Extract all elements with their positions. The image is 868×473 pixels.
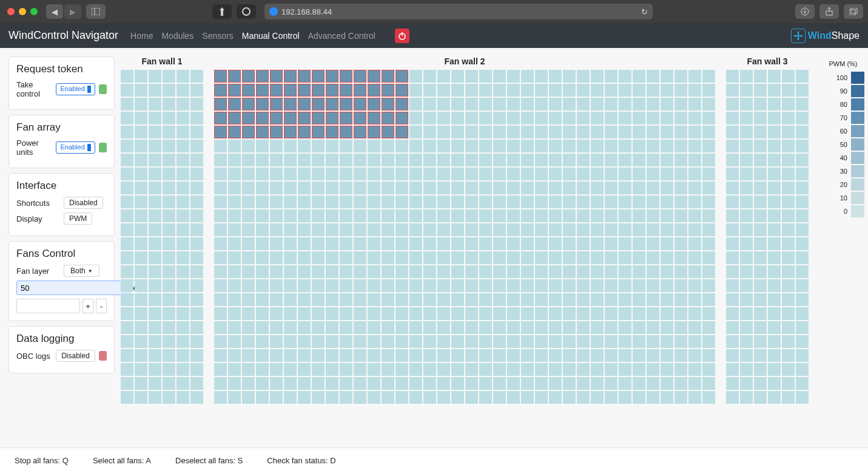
fan-cell[interactable] [354,251,366,264]
fan-cell[interactable] [190,293,203,306]
fan-cell[interactable] [549,126,562,138]
fan-cell[interactable] [451,237,464,250]
fan-cell[interactable] [591,182,604,194]
fan-cell[interactable] [135,321,147,334]
fan-grid[interactable] [726,70,809,404]
fan-cell[interactable] [605,363,617,376]
fan-cell[interactable] [661,196,673,208]
fan-cell[interactable] [242,112,255,124]
fan-cell[interactable] [782,279,795,292]
fan-cell[interactable] [135,126,147,138]
fan-cell[interactable] [190,168,203,180]
nav-modules[interactable]: Modules [161,31,193,41]
fan-cell[interactable] [163,223,175,236]
fan-cell[interactable] [768,265,781,278]
fan-cell[interactable] [284,293,297,306]
fan-cell[interactable] [702,251,715,264]
fan-cell[interactable] [395,84,408,97]
fan-cell[interactable] [647,209,659,222]
fan-cell[interactable] [796,98,809,111]
fan-cell[interactable] [768,70,781,83]
fan-cell[interactable] [726,140,739,152]
fan-cell[interactable] [451,251,464,264]
fan-cell[interactable] [312,154,325,166]
fan-cell[interactable] [633,363,645,376]
fan-cell[interactable] [395,265,408,278]
fan-cell[interactable] [190,307,203,320]
fan-cell[interactable] [521,321,534,334]
fan-cell[interactable] [465,126,478,138]
fan-cell[interactable] [782,84,795,97]
fan-cell[interactable] [121,98,133,111]
fan-cell[interactable] [326,377,338,390]
fan-cell[interactable] [312,168,325,180]
fan-cell[interactable] [340,140,352,152]
fan-cell[interactable] [340,196,352,208]
fan-cell[interactable] [521,349,534,362]
fan-cell[interactable] [149,293,161,306]
fan-cell[interactable] [382,363,394,376]
fan-cell[interactable] [726,377,739,390]
fan-cell[interactable] [214,321,227,334]
fan-cell[interactable] [312,140,325,152]
fan-cell[interactable] [437,377,450,390]
fan-cell[interactable] [633,265,645,278]
tabs-icon[interactable] [844,4,863,19]
fan-cell[interactable] [768,251,781,264]
fan-cell[interactable] [256,126,269,138]
fan-cell[interactable] [740,237,753,250]
fan-cell[interactable] [214,168,227,180]
fan-cell[interactable] [135,209,147,222]
fan-cell[interactable] [493,126,506,138]
fan-cell[interactable] [521,154,534,166]
fan-cell[interactable] [782,168,795,180]
fan-cell[interactable] [493,279,506,292]
fan-cell[interactable] [326,70,338,83]
fan-cell[interactable] [591,98,604,111]
fan-cell[interactable] [661,363,673,376]
fan-cell[interactable] [121,112,133,124]
fan-cell[interactable] [577,182,590,194]
fan-cell[interactable] [726,251,739,264]
fan-cell[interactable] [619,98,631,111]
fan-cell[interactable] [535,251,548,264]
fan-cell[interactable] [312,182,325,194]
fan-cell[interactable] [284,112,297,124]
fan-cell[interactable] [135,168,147,180]
fan-cell[interactable] [740,321,753,334]
fan-cell[interactable] [423,335,436,348]
fan-cell[interactable] [563,251,576,264]
fan-cell[interactable] [135,307,147,320]
fan-cell[interactable] [521,307,534,320]
fan-cell[interactable] [726,307,739,320]
fan-cell[interactable] [409,293,422,306]
fan-cell[interactable] [256,154,269,166]
fan-cell[interactable] [298,335,311,348]
fan-cell[interactable] [340,251,352,264]
fan-cell[interactable] [549,377,562,390]
fan-cell[interactable] [591,140,604,152]
increment-button[interactable]: + [82,299,93,313]
fan-cell[interactable] [135,251,147,264]
fan-cell[interactable] [395,363,408,376]
fan-cell[interactable] [382,182,394,194]
fan-cell[interactable] [190,196,203,208]
fan-cell[interactable] [493,209,506,222]
fan-cell[interactable] [768,196,781,208]
fan-cell[interactable] [451,391,464,404]
fan-cell[interactable] [214,140,227,152]
fan-cell[interactable] [423,70,436,83]
fan-cell[interactable] [661,140,673,152]
nav-manual-control[interactable]: Manual Control [242,31,300,41]
fan-cell[interactable] [465,84,478,97]
fan-cell[interactable] [298,209,311,222]
fan-cell[interactable] [754,168,767,180]
fan-cell[interactable] [768,209,781,222]
fan-cell[interactable] [256,265,269,278]
fan-cell[interactable] [326,98,338,111]
fan-cell[interactable] [465,363,478,376]
fan-cell[interactable] [121,279,133,292]
fan-cell[interactable] [340,126,352,138]
fan-cell[interactable] [796,377,809,390]
fan-cell[interactable] [507,209,520,222]
